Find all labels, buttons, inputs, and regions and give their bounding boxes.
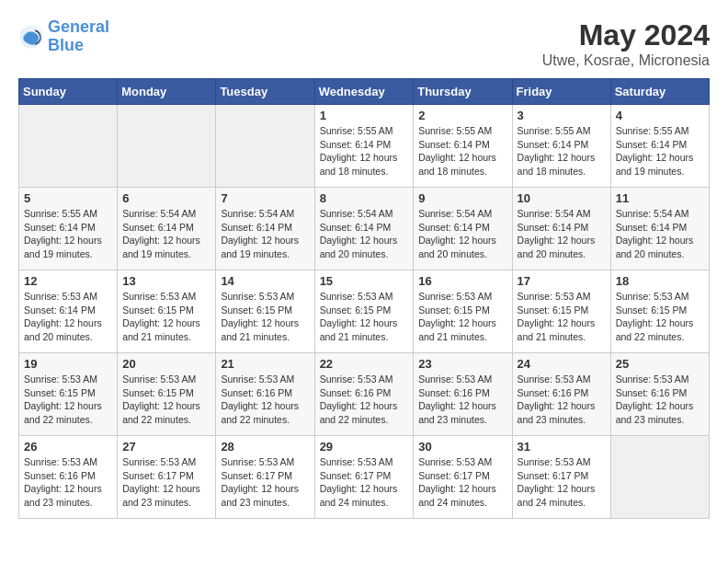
calendar-cell: 2Sunrise: 5:55 AM Sunset: 6:14 PM Daylig…	[414, 105, 512, 188]
day-info: Sunrise: 5:53 AM Sunset: 6:15 PM Dayligh…	[518, 290, 606, 344]
calendar-cell: 10Sunrise: 5:54 AM Sunset: 6:14 PM Dayli…	[512, 188, 610, 270]
day-info: Sunrise: 5:54 AM Sunset: 6:14 PM Dayligh…	[418, 207, 506, 261]
calendar-cell: 7Sunrise: 5:54 AM Sunset: 6:14 PM Daylig…	[216, 188, 314, 270]
calendar-cell: 19Sunrise: 5:53 AM Sunset: 6:15 PM Dayli…	[19, 353, 118, 436]
day-info: Sunrise: 5:53 AM Sunset: 6:16 PM Dayligh…	[320, 373, 409, 427]
day-info: Sunrise: 5:53 AM Sunset: 6:15 PM Dayligh…	[122, 290, 210, 344]
day-info: Sunrise: 5:53 AM Sunset: 6:15 PM Dayligh…	[221, 290, 309, 344]
day-number: 24	[518, 357, 606, 371]
calendar-cell: 28Sunrise: 5:53 AM Sunset: 6:17 PM Dayli…	[216, 436, 314, 519]
day-number: 4	[616, 109, 704, 122]
day-number: 19	[24, 357, 112, 371]
week-row-4: 19Sunrise: 5:53 AM Sunset: 6:15 PM Dayli…	[19, 353, 710, 436]
day-number: 18	[616, 274, 704, 288]
calendar-cell: 25Sunrise: 5:53 AM Sunset: 6:16 PM Dayli…	[610, 353, 709, 436]
weekday-header-saturday: Saturday	[610, 79, 709, 105]
day-number: 26	[24, 440, 112, 454]
calendar-cell: 15Sunrise: 5:53 AM Sunset: 6:15 PM Dayli…	[314, 270, 414, 353]
calendar-cell: 1Sunrise: 5:55 AM Sunset: 6:14 PM Daylig…	[314, 105, 414, 188]
calendar-cell: 11Sunrise: 5:54 AM Sunset: 6:14 PM Dayli…	[610, 188, 709, 270]
calendar-cell: 3Sunrise: 5:55 AM Sunset: 6:14 PM Daylig…	[512, 105, 610, 188]
calendar-cell: 13Sunrise: 5:53 AM Sunset: 6:15 PM Dayli…	[118, 270, 216, 353]
day-info: Sunrise: 5:54 AM Sunset: 6:14 PM Dayligh…	[320, 207, 409, 261]
day-info: Sunrise: 5:53 AM Sunset: 6:16 PM Dayligh…	[221, 373, 309, 427]
title-block: May 2024 Utwe, Kosrae, Micronesia	[542, 18, 710, 69]
logo: GeneralBlue	[18, 18, 109, 55]
day-info: Sunrise: 5:53 AM Sunset: 6:15 PM Dayligh…	[418, 290, 506, 344]
day-info: Sunrise: 5:53 AM Sunset: 6:15 PM Dayligh…	[616, 290, 704, 344]
weekday-header-monday: Monday	[118, 79, 216, 105]
day-info: Sunrise: 5:53 AM Sunset: 6:17 PM Dayligh…	[418, 455, 506, 510]
day-number: 13	[122, 274, 210, 288]
day-number: 12	[24, 274, 112, 288]
day-number: 25	[616, 357, 704, 371]
calendar-cell: 27Sunrise: 5:53 AM Sunset: 6:17 PM Dayli…	[118, 436, 216, 519]
calendar-cell	[610, 436, 709, 519]
day-number: 3	[518, 109, 606, 122]
day-info: Sunrise: 5:53 AM Sunset: 6:14 PM Dayligh…	[24, 290, 112, 344]
day-info: Sunrise: 5:54 AM Sunset: 6:14 PM Dayligh…	[122, 207, 210, 261]
calendar-cell	[118, 105, 216, 188]
week-row-3: 12Sunrise: 5:53 AM Sunset: 6:14 PM Dayli…	[19, 270, 710, 353]
day-info: Sunrise: 5:54 AM Sunset: 6:14 PM Dayligh…	[518, 207, 606, 261]
weekday-header-wednesday: Wednesday	[314, 79, 414, 105]
calendar-cell: 26Sunrise: 5:53 AM Sunset: 6:16 PM Dayli…	[19, 436, 118, 519]
day-number: 31	[518, 440, 606, 454]
day-number: 29	[320, 440, 409, 454]
day-number: 7	[221, 191, 309, 205]
calendar-cell: 23Sunrise: 5:53 AM Sunset: 6:16 PM Dayli…	[414, 353, 512, 436]
day-info: Sunrise: 5:53 AM Sunset: 6:17 PM Dayligh…	[122, 455, 210, 510]
calendar: SundayMondayTuesdayWednesdayThursdayFrid…	[18, 78, 710, 519]
day-info: Sunrise: 5:54 AM Sunset: 6:14 PM Dayligh…	[221, 207, 309, 261]
day-info: Sunrise: 5:53 AM Sunset: 6:17 PM Dayligh…	[518, 455, 606, 510]
calendar-cell: 21Sunrise: 5:53 AM Sunset: 6:16 PM Dayli…	[216, 353, 314, 436]
calendar-cell: 17Sunrise: 5:53 AM Sunset: 6:15 PM Dayli…	[512, 270, 610, 353]
location-title: Utwe, Kosrae, Micronesia	[542, 52, 710, 69]
day-number: 27	[122, 440, 210, 454]
weekday-header-friday: Friday	[512, 79, 610, 105]
day-info: Sunrise: 5:55 AM Sunset: 6:14 PM Dayligh…	[24, 207, 112, 261]
weekday-header-row: SundayMondayTuesdayWednesdayThursdayFrid…	[19, 79, 710, 105]
calendar-cell: 29Sunrise: 5:53 AM Sunset: 6:17 PM Dayli…	[314, 436, 414, 519]
day-info: Sunrise: 5:55 AM Sunset: 6:14 PM Dayligh…	[616, 124, 704, 178]
day-info: Sunrise: 5:53 AM Sunset: 6:15 PM Dayligh…	[24, 373, 112, 427]
calendar-cell	[216, 105, 314, 188]
month-title: May 2024	[542, 18, 710, 52]
week-row-5: 26Sunrise: 5:53 AM Sunset: 6:16 PM Dayli…	[19, 436, 710, 519]
day-number: 14	[221, 274, 309, 288]
day-info: Sunrise: 5:53 AM Sunset: 6:15 PM Dayligh…	[122, 373, 210, 427]
calendar-cell: 22Sunrise: 5:53 AM Sunset: 6:16 PM Dayli…	[314, 353, 414, 436]
calendar-cell: 9Sunrise: 5:54 AM Sunset: 6:14 PM Daylig…	[414, 188, 512, 270]
day-info: Sunrise: 5:54 AM Sunset: 6:14 PM Dayligh…	[616, 207, 704, 261]
day-info: Sunrise: 5:53 AM Sunset: 6:17 PM Dayligh…	[320, 455, 409, 510]
calendar-cell: 6Sunrise: 5:54 AM Sunset: 6:14 PM Daylig…	[118, 188, 216, 270]
day-info: Sunrise: 5:55 AM Sunset: 6:14 PM Dayligh…	[418, 124, 506, 178]
weekday-header-tuesday: Tuesday	[216, 79, 314, 105]
calendar-cell: 18Sunrise: 5:53 AM Sunset: 6:15 PM Dayli…	[610, 270, 709, 353]
day-info: Sunrise: 5:53 AM Sunset: 6:16 PM Dayligh…	[418, 373, 506, 427]
day-number: 6	[122, 191, 210, 205]
day-info: Sunrise: 5:53 AM Sunset: 6:16 PM Dayligh…	[518, 373, 606, 427]
calendar-cell: 4Sunrise: 5:55 AM Sunset: 6:14 PM Daylig…	[610, 105, 709, 188]
day-number: 16	[418, 274, 506, 288]
calendar-cell: 30Sunrise: 5:53 AM Sunset: 6:17 PM Dayli…	[414, 436, 512, 519]
day-info: Sunrise: 5:53 AM Sunset: 6:16 PM Dayligh…	[616, 373, 704, 427]
calendar-cell: 12Sunrise: 5:53 AM Sunset: 6:14 PM Dayli…	[19, 270, 118, 353]
day-info: Sunrise: 5:55 AM Sunset: 6:14 PM Dayligh…	[518, 124, 606, 178]
day-info: Sunrise: 5:53 AM Sunset: 6:15 PM Dayligh…	[320, 290, 409, 344]
day-number: 11	[616, 191, 704, 205]
logo-text: GeneralBlue	[48, 18, 109, 55]
calendar-cell: 24Sunrise: 5:53 AM Sunset: 6:16 PM Dayli…	[512, 353, 610, 436]
day-number: 8	[320, 191, 409, 205]
week-row-2: 5Sunrise: 5:55 AM Sunset: 6:14 PM Daylig…	[19, 188, 710, 270]
day-number: 9	[418, 191, 506, 205]
day-number: 30	[418, 440, 506, 454]
day-number: 15	[320, 274, 409, 288]
day-number: 20	[122, 357, 210, 371]
calendar-cell: 14Sunrise: 5:53 AM Sunset: 6:15 PM Dayli…	[216, 270, 314, 353]
calendar-cell	[19, 105, 118, 188]
weekday-header-thursday: Thursday	[414, 79, 512, 105]
day-info: Sunrise: 5:53 AM Sunset: 6:17 PM Dayligh…	[221, 455, 309, 510]
page-header: GeneralBlue May 2024 Utwe, Kosrae, Micro…	[18, 18, 710, 69]
day-number: 5	[24, 191, 112, 205]
